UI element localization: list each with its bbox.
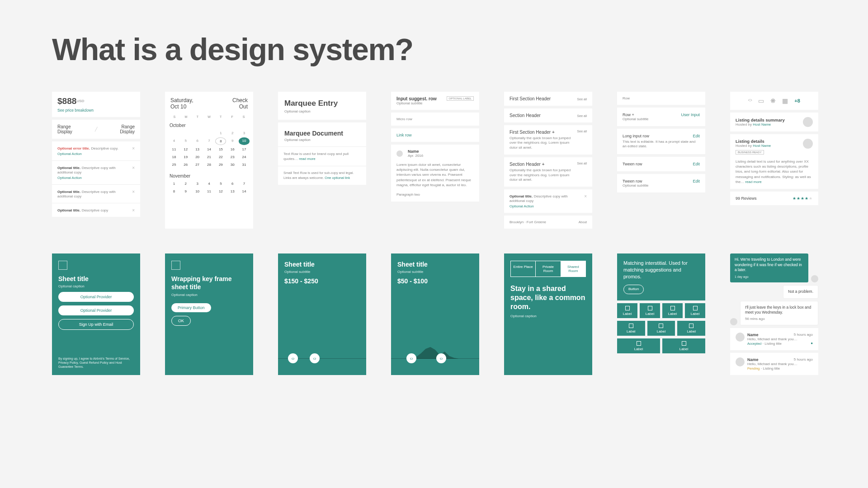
page-title: What is a design system? bbox=[52, 32, 816, 67]
edit-link[interactable]: Edit bbox=[693, 179, 700, 188]
histogram-icon bbox=[411, 345, 459, 359]
out-label: Out bbox=[232, 103, 248, 110]
reviews-count[interactable]: 99 Reviews bbox=[736, 196, 757, 201]
label-cell[interactable]: Label bbox=[617, 338, 660, 353]
primary-button[interactable]: Primary Button bbox=[171, 303, 211, 312]
breadcrumb-loc2[interactable]: Fort Greene bbox=[527, 220, 546, 224]
close-icon[interactable]: × bbox=[132, 208, 135, 213]
breadcrumb-loc1[interactable]: Brooklyn bbox=[509, 220, 524, 224]
sheet-price-histogram: Sheet title Optional subtitle $50 - $100… bbox=[391, 253, 479, 375]
sheet-subtitle: Optional subtitle bbox=[284, 270, 360, 274]
status-pending: Pending bbox=[747, 366, 760, 371]
close-icon[interactable]: × bbox=[584, 194, 587, 199]
edit-link[interactable]: Edit bbox=[693, 134, 700, 138]
marquee-doc-caption: Optional caption bbox=[284, 138, 360, 142]
row-error-title: Optional error title. bbox=[57, 146, 90, 150]
section-subtitle: Optionally the quick brown fox jumped ov… bbox=[509, 136, 577, 150]
msg-listing: Listing title bbox=[763, 366, 780, 371]
business-ready-badge: BUSINESS READY bbox=[736, 150, 764, 155]
row-plus-sub: Optional subtitle bbox=[623, 117, 648, 121]
about-link[interactable]: About bbox=[579, 221, 587, 224]
label-cell[interactable]: Label bbox=[640, 303, 660, 318]
read-more-link[interactable]: read more bbox=[299, 157, 315, 161]
label-cell[interactable]: Label bbox=[647, 321, 675, 336]
col-matching-labels: Matching interstitial. Used for matching… bbox=[617, 253, 705, 375]
input-suggest-subtitle: Optional subtitle bbox=[396, 101, 437, 105]
section-subtitle: Optionally the quick brown fox jumped ov… bbox=[509, 168, 577, 182]
msg-preview: Hello, Michael and thank you… bbox=[747, 362, 813, 366]
segmented-control[interactable]: Entire Place Private Room Shared Room bbox=[510, 261, 586, 277]
link-row[interactable]: Link row bbox=[391, 128, 479, 142]
col-marquee: Marquee Entry Optional caption Marquee D… bbox=[278, 92, 366, 229]
ok-button[interactable]: OK bbox=[171, 316, 191, 326]
see-all-link[interactable]: See all bbox=[577, 114, 587, 117]
plus-more-link[interactable]: +8 bbox=[794, 98, 800, 103]
label-cell[interactable]: Label bbox=[662, 338, 705, 353]
calendar-grid-october[interactable]: 1234567891011121314151617181920212223242… bbox=[165, 129, 253, 171]
check-label: Check bbox=[232, 97, 248, 103]
lorem-body: Lorem ipsum dolor sit amet, consectetur … bbox=[391, 162, 479, 192]
calendar-grid-november[interactable]: 1234567891011121314 bbox=[165, 179, 253, 197]
paragraph-two: Paragraph two bbox=[391, 192, 479, 202]
section-header-plus: Section Header + bbox=[509, 162, 577, 167]
user-input-value[interactable]: User Input bbox=[681, 113, 700, 121]
matching-button[interactable]: Button bbox=[623, 285, 644, 294]
row-action-link[interactable]: Optional Action bbox=[57, 152, 135, 156]
host-name-link[interactable]: Host Name bbox=[753, 122, 771, 127]
slider-knob-max[interactable]: ‹› bbox=[436, 353, 446, 363]
label-cell[interactable]: Label bbox=[662, 303, 683, 318]
host-avatar[interactable] bbox=[803, 139, 813, 149]
calendar-dow-row: SMTWTFS bbox=[165, 115, 253, 120]
provider-button[interactable]: Optional Provider bbox=[58, 292, 134, 302]
close-icon[interactable]: × bbox=[132, 189, 135, 194]
close-icon[interactable]: × bbox=[132, 165, 135, 170]
see-price-breakdown-link[interactable]: See price breakdown bbox=[57, 108, 135, 113]
row-plain[interactable]: Row bbox=[617, 92, 705, 105]
chat-bubble-incoming: Not a problem. bbox=[783, 285, 818, 298]
sheet-caption: Optional caption bbox=[58, 284, 134, 288]
price-currency: USD bbox=[76, 99, 84, 103]
host-avatar[interactable] bbox=[803, 117, 813, 127]
label-grid-3: Label Label Label bbox=[617, 321, 705, 336]
slider-knob-max[interactable]: ‹› bbox=[310, 353, 320, 363]
seg-entire-place[interactable]: Entire Place bbox=[511, 261, 536, 277]
label-cell[interactable]: Label bbox=[617, 321, 645, 336]
seg-shared-room[interactable]: Shared Room bbox=[561, 261, 585, 277]
close-icon[interactable]: × bbox=[132, 146, 135, 151]
signup-email-button[interactable]: Sign Up with Email bbox=[58, 319, 134, 330]
listing-summary-title: Listing details summary bbox=[736, 117, 785, 122]
host-name-link[interactable]: Host Name bbox=[753, 144, 771, 148]
see-all-link[interactable]: See all bbox=[577, 98, 587, 101]
price-range-value: $50 - $100 bbox=[397, 277, 473, 285]
row-copy: Descriptive copy bbox=[82, 208, 108, 212]
avatar-icon bbox=[811, 275, 818, 282]
row-action-link[interactable]: Optional Action bbox=[509, 204, 587, 208]
label-cell[interactable]: Label bbox=[617, 303, 637, 318]
marquee-doc-title: Marquee Document bbox=[284, 130, 360, 137]
msg-time: 5 hours ago bbox=[794, 333, 813, 337]
label-grid-2: Label Label bbox=[617, 338, 705, 353]
slider-knob-min[interactable]: ‹› bbox=[406, 353, 416, 363]
edit-link[interactable]: Edit bbox=[693, 162, 700, 166]
price-amount: $888 bbox=[57, 96, 76, 106]
marquee-entry-caption: Optional caption bbox=[284, 109, 360, 113]
row-title: Optional title. bbox=[509, 194, 533, 198]
slider-knob-min[interactable]: ‹› bbox=[288, 353, 298, 363]
seg-private-room[interactable]: Private Room bbox=[536, 261, 561, 277]
slider-track[interactable] bbox=[391, 358, 479, 359]
see-all-link[interactable]: See all bbox=[577, 130, 587, 133]
text-row-body: Text Row is used for brand copy and pull… bbox=[283, 152, 349, 161]
label-cell[interactable]: Label bbox=[685, 303, 705, 318]
author-date: Apr. 2016 bbox=[408, 154, 423, 158]
read-more-link[interactable]: read more bbox=[745, 180, 761, 184]
sheet-room-type: Entire Place Private Room Shared Room St… bbox=[504, 253, 592, 375]
calendar-month-october: October bbox=[165, 120, 253, 129]
label-cell[interactable]: Label bbox=[677, 321, 705, 336]
input-suggest-title: Input suggest. row bbox=[396, 96, 437, 101]
provider-button[interactable]: Optional Provider bbox=[58, 305, 134, 315]
small-text-link[interactable]: One optional link bbox=[325, 176, 350, 180]
placeholder-icon bbox=[171, 261, 180, 270]
micro-row[interactable]: Micro row bbox=[391, 113, 479, 126]
see-all-link[interactable]: See all bbox=[577, 162, 587, 165]
row-action-link[interactable]: Optional Action bbox=[57, 176, 135, 180]
